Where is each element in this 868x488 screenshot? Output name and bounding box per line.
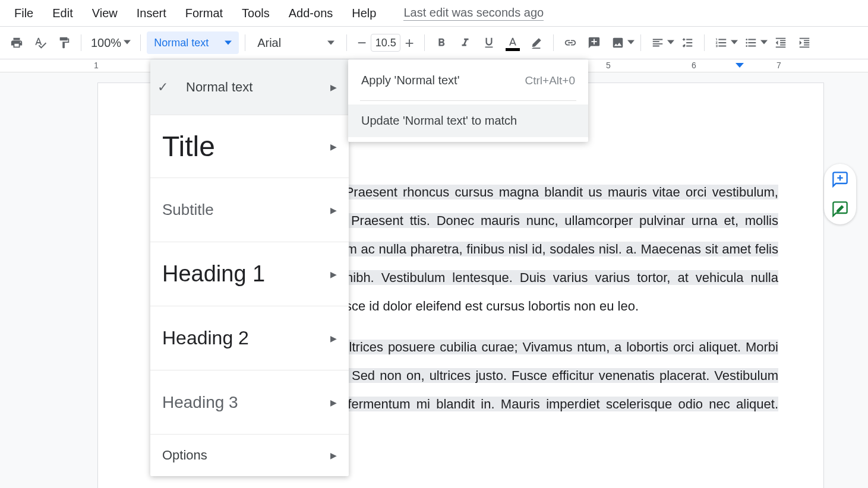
menu-view[interactable]: View — [83, 3, 127, 24]
style-option-label: Heading 1 — [162, 261, 265, 287]
style-option-title[interactable]: Title ▶ — [150, 115, 349, 178]
check-icon: ✓ — [157, 80, 168, 95]
shortcut-label: Ctrl+Alt+0 — [525, 74, 575, 87]
separator — [140, 34, 141, 51]
last-edit-link[interactable]: Last edit was seconds ago — [403, 6, 544, 21]
font-size-input[interactable] — [371, 34, 400, 52]
print-button[interactable] — [6, 32, 27, 53]
caret-down-icon — [225, 39, 232, 46]
menu-help[interactable]: Help — [342, 3, 386, 24]
bold-button[interactable] — [431, 32, 452, 53]
separator — [424, 34, 425, 51]
menu-format[interactable]: Format — [176, 3, 232, 24]
style-option-label: Subtitle — [162, 201, 214, 219]
suggest-edits-icon[interactable] — [832, 201, 848, 217]
divider — [360, 100, 576, 101]
caret-down-icon[interactable] — [731, 37, 738, 48]
separator — [553, 34, 554, 51]
text-color-swatch — [506, 48, 520, 51]
zoom-value: 100% — [91, 36, 121, 50]
chevron-right-icon: ▶ — [330, 142, 337, 151]
style-option-heading-2[interactable]: Heading 2 ▶ — [150, 306, 349, 370]
paragraph-styles-label: Normal text — [154, 37, 209, 49]
outdent-button[interactable] — [770, 32, 791, 53]
font-select[interactable]: Arial — [251, 36, 340, 50]
paragraph-styles-menu: ✓ Normal text ▶ Title ▶ Subtitle ▶ Headi… — [150, 59, 349, 476]
margin-marker-icon[interactable] — [736, 62, 744, 72]
line-spacing-button[interactable] — [677, 32, 698, 53]
menu-addons[interactable]: Add-ons — [279, 3, 343, 24]
menu-tools[interactable]: Tools — [232, 3, 279, 24]
font-name: Arial — [257, 36, 281, 50]
insert-image-button[interactable] — [607, 32, 629, 53]
caret-down-icon — [124, 37, 131, 48]
menu-edit[interactable]: Edit — [43, 3, 82, 24]
highlight-color-button[interactable] — [526, 32, 547, 53]
caret-down-icon[interactable] — [667, 37, 674, 48]
chevron-right-icon: ▶ — [330, 334, 337, 343]
update-style-label: Update 'Normal text' to match — [361, 114, 517, 128]
add-comment-button[interactable] — [583, 32, 605, 53]
paragraph-styles-select[interactable]: Normal text — [147, 31, 239, 54]
separator — [346, 34, 347, 51]
style-option-normal-text[interactable]: ✓ Normal text ▶ — [150, 59, 349, 115]
caret-down-icon — [327, 39, 334, 46]
style-option-heading-1[interactable]: Heading 1 ▶ — [150, 242, 349, 306]
chevron-right-icon: ▶ — [330, 451, 337, 460]
paint-format-button[interactable] — [53, 32, 75, 53]
caret-down-icon[interactable] — [760, 37, 768, 48]
italic-button[interactable] — [454, 32, 476, 53]
spellcheck-button[interactable] — [30, 32, 51, 53]
floating-actions — [824, 164, 856, 224]
chevron-right-icon: ▶ — [330, 270, 337, 279]
indent-button[interactable] — [794, 32, 815, 53]
underline-button[interactable] — [478, 32, 500, 53]
update-style-button[interactable]: Update 'Normal text' to match — [348, 104, 588, 137]
paragraph-styles-submenu: Apply 'Normal text' Ctrl+Alt+0 Update 'N… — [348, 59, 588, 142]
style-option-label: Normal text — [186, 80, 252, 95]
align-button[interactable] — [647, 32, 668, 53]
chevron-right-icon: ▶ — [330, 398, 337, 407]
style-option-subtitle[interactable]: Subtitle ▶ — [150, 178, 349, 242]
apply-style-button[interactable]: Apply 'Normal text' Ctrl+Alt+0 — [348, 64, 588, 97]
ruler-number: 6 — [692, 61, 696, 70]
menu-insert[interactable]: Insert — [127, 3, 176, 24]
font-size-stepper: − + — [353, 32, 418, 53]
menu-file[interactable]: File — [5, 3, 43, 24]
ruler-number: 1 — [94, 61, 99, 70]
ruler-number: 5 — [606, 61, 611, 70]
caret-down-icon[interactable] — [627, 37, 635, 48]
toolbar: 100% Normal text Arial − + — [0, 27, 868, 59]
chevron-right-icon: ▶ — [330, 83, 337, 92]
separator — [81, 34, 81, 51]
style-option-options[interactable]: Options ▶ — [150, 435, 349, 476]
decrease-font-size-button[interactable]: − — [353, 32, 371, 53]
separator — [640, 34, 641, 51]
apply-style-label: Apply 'Normal text' — [361, 74, 459, 87]
separator — [245, 34, 245, 51]
chevron-right-icon: ▶ — [330, 205, 337, 215]
style-option-label: Heading 3 — [162, 393, 238, 412]
text-color-button[interactable] — [502, 32, 523, 53]
ruler-number: 7 — [777, 61, 781, 70]
insert-link-button[interactable] — [560, 32, 581, 53]
menu-bar: File Edit View Insert Format Tools Add-o… — [0, 0, 868, 26]
increase-font-size-button[interactable]: + — [400, 32, 418, 53]
numbered-list-button[interactable] — [711, 32, 732, 53]
style-option-label: Heading 2 — [162, 327, 249, 349]
style-option-heading-3[interactable]: Heading 3 ▶ — [150, 370, 349, 435]
zoom-select[interactable]: 100% — [87, 36, 134, 50]
style-option-label: Options — [162, 448, 207, 463]
bulleted-list-button[interactable] — [740, 32, 762, 53]
separator — [704, 34, 705, 51]
add-comment-icon[interactable] — [832, 171, 848, 188]
style-option-label: Title — [162, 130, 215, 163]
